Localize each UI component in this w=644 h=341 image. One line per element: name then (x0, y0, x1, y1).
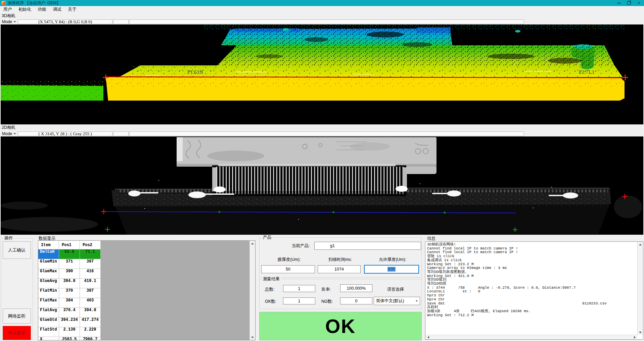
camera-2d-view[interactable] (1, 136, 643, 235)
product-group-label: 产品 (262, 235, 273, 240)
maximize-button[interactable] (624, 0, 634, 6)
yield-label: 良率: (321, 287, 331, 292)
ok-count-input[interactable]: 1 (283, 297, 315, 304)
scroll-up-arrow[interactable] (250, 241, 255, 246)
operation-group-label: 操作 (3, 235, 14, 241)
menu-item-2[interactable]: 功能 (35, 6, 50, 13)
ng-count-label: NG数: (321, 299, 333, 304)
cell-item: FlatAvg (38, 308, 59, 318)
vertical-scrollbar[interactable] (637, 242, 643, 335)
stop-listen-button[interactable]: 停止监听 (3, 326, 31, 340)
log-line: Working Set : 421.0 M (427, 274, 636, 278)
table-row[interactable]: DeltaH63.871.1 (38, 249, 255, 259)
mode-dropdown-label: Mode (2, 131, 12, 136)
camera-3d-view[interactable]: P1:63.8 P2:71.1 (1, 24, 643, 124)
camera-3d-toolbar: Mode (X 5473, Y 84) : (R 0,G 0,B 0) (0, 19, 644, 25)
close-button[interactable]: × (634, 0, 644, 6)
cell-pos1: 63.8 (59, 249, 80, 259)
mode-dropdown-2d[interactable]: Mode (0, 131, 18, 136)
log-line: 3D相机没有网络! (427, 243, 636, 247)
horizontal-scrollbar[interactable] (425, 335, 637, 339)
results-group: 测量结果 总数: 1 良率: 100.000% 语言选择 OK数: 1 NG数:… (259, 279, 422, 309)
cell-item: GlueAvg (38, 279, 59, 288)
minimize-icon (617, 3, 620, 3)
scan-time-input[interactable]: 1074 (318, 265, 361, 273)
scroll-down-arrow[interactable] (250, 335, 255, 340)
cell-pos1: 390 (59, 269, 80, 279)
log-line: hpr3 thr (427, 294, 636, 298)
product-group: 产品 当前产品: g1 膜厚度(Um): 扫描时间ms: 允许厚度(Um): 5… (259, 237, 422, 278)
table-row[interactable]: GlueStd394.234417.274 (38, 318, 255, 327)
table-row[interactable]: GlueMin371397 (38, 259, 255, 269)
cell-item: GlueMin (38, 259, 59, 269)
cell-pos1: 370 (59, 288, 80, 298)
table-row[interactable]: FlatMax384403 (38, 298, 255, 308)
toolbar-segment (129, 19, 524, 24)
cell-item: GlueStd (38, 318, 59, 327)
minimize-button[interactable] (614, 0, 624, 6)
cell-pos2: 2.229 (80, 327, 101, 337)
yield-input[interactable]: 100.000% (340, 284, 372, 292)
menu-item-3[interactable]: 调试 (50, 6, 65, 13)
table-row[interactable]: X2583.57966.7 (38, 337, 255, 340)
column-header-pos2[interactable]: Pos2 (80, 241, 101, 249)
table-rows: ItemPos1Pos2DeltaH63.871.1GlueMin371397G… (38, 241, 255, 340)
language-select[interactable]: 简体中文(默认) (374, 297, 420, 305)
cell-item: FlatMin (38, 288, 59, 298)
table-row[interactable]: FlatAvg376.4394.8 (38, 308, 255, 318)
log-line: Cannot find local IP to match camera IP … (427, 250, 636, 254)
log-line: hpr4 thr (427, 298, 636, 302)
toolbar-segment (129, 131, 524, 136)
scroll-right-arrow[interactable] (632, 335, 637, 340)
total-input[interactable]: 1 (283, 285, 315, 292)
film-thickness-input[interactable]: 50 (261, 265, 315, 273)
cell-pos1: 2583.5 (59, 337, 80, 340)
cell-pos2: 387 (80, 288, 101, 298)
film-thickness-label: 膜厚度(Um): (262, 257, 316, 263)
info-group-label: 信息 (427, 236, 435, 241)
table-row[interactable]: GlueAvg394.8419.1 (38, 279, 255, 288)
cell-pos2: 416 (80, 269, 101, 279)
table-row[interactable]: FlatStd2.1392.229 (38, 327, 255, 337)
mode-dropdown-3d[interactable]: Mode (0, 19, 18, 24)
data-table[interactable]: ItemPos1Pos2DeltaH63.871.1GlueMin371397G… (38, 240, 256, 340)
titlebar: 测厚程序 【当前用户: OEM】 × (0, 0, 644, 6)
p2-annotation: P2:71.1 (579, 69, 594, 75)
film-thickness-value: 50 (286, 267, 290, 272)
window-title: 测厚程序 【当前用户: OEM】 (8, 0, 60, 6)
current-product-input[interactable]: g1 (314, 242, 421, 250)
ng-count-input[interactable]: 0 (340, 297, 372, 304)
language-label: 语言选择 (387, 287, 404, 292)
table-row[interactable]: GlueMax390416 (38, 269, 255, 279)
log-line: 等到2D拍照 (427, 282, 636, 286)
network-listen-button[interactable]: 网络监听 (3, 308, 31, 324)
menu-item-0[interactable]: 用户 (0, 6, 15, 13)
total-value: 1 (298, 286, 301, 291)
log-line: Working Set : 712.2 M (427, 314, 636, 318)
column-header-pos1[interactable]: Pos1 (59, 241, 80, 249)
cell-item: DeltaH (38, 249, 59, 259)
column-header-item[interactable]: Item (38, 241, 59, 249)
info-log[interactable]: 3D相机没有网络!Cannot find local IP to match c… (425, 241, 643, 340)
red-cross-marker-left (101, 209, 106, 214)
menu-item-1[interactable]: 初始化 (15, 6, 35, 13)
manual-confirm-button[interactable]: 人工确认 (3, 241, 31, 259)
allowed-thickness-value: 500 (387, 267, 396, 272)
camera-3d-label: 3D相机 (2, 13, 15, 19)
scroll-down-arrow[interactable] (638, 330, 643, 335)
menubar: 用户初始化功能调试关于 (0, 6, 644, 13)
pixel-status-3d: (X 5473, Y 84) : (R 0,G 0,B 0) (18, 19, 112, 24)
scroll-left-arrow[interactable] (425, 335, 431, 340)
vertical-scrollbar[interactable] (249, 241, 255, 340)
toolbar-segment (113, 131, 129, 136)
toolbar-segment (113, 19, 129, 24)
menu-item-4[interactable]: 关于 (65, 6, 80, 13)
log-line: 集成调试 is click (427, 259, 636, 263)
total-label: 总数: (265, 287, 274, 292)
cell-item: FlatStd (38, 327, 59, 337)
table-row[interactable]: FlatMin370387 (38, 288, 255, 298)
allowed-thickness-input[interactable]: 500 (364, 265, 419, 274)
current-product-value: g1 (330, 243, 335, 248)
cell-pos2: 397 (80, 259, 101, 269)
scroll-up-arrow[interactable] (638, 242, 643, 247)
